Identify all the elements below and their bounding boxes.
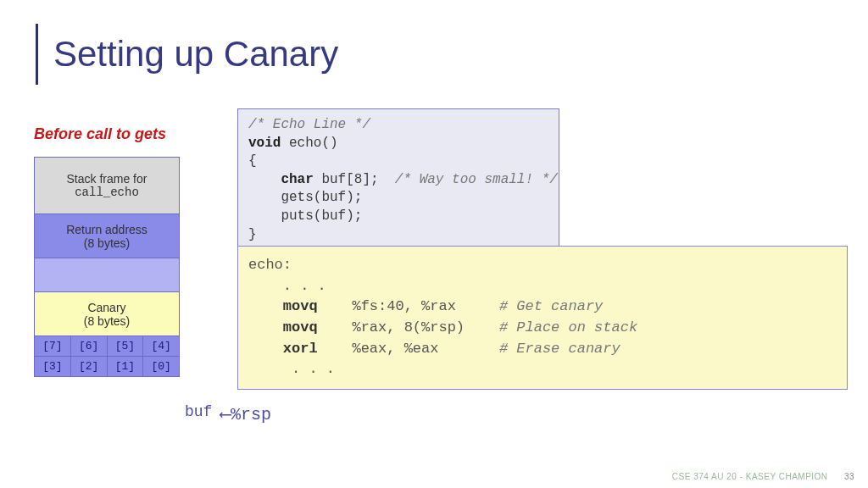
stack-frame-label1: Stack frame for	[67, 172, 147, 186]
rsp-pointer: ⟵%rsp	[220, 403, 271, 424]
buf-cell: [6]	[71, 336, 108, 357]
buf-cell: [3]	[34, 357, 71, 377]
asm-opcode: xorl	[283, 341, 318, 357]
footer-page: 33	[844, 472, 854, 481]
buf-row-bottom: [3] [2] [1] [0]	[34, 357, 180, 377]
asm-opcode: movq	[283, 298, 318, 314]
page-title: Setting up Canary	[53, 34, 338, 75]
buf-row-top: [7] [6] [5] [4]	[34, 336, 180, 357]
asm-comment: # Get canary	[499, 298, 603, 314]
c-text: gets(buf);	[248, 190, 362, 205]
slide-footer: CSE 374 AU 20 - KASEY CHAMPION 33	[672, 472, 854, 481]
asm-text: %eax, %eax	[318, 341, 499, 357]
c-text	[248, 172, 281, 187]
canary-label2: (8 bytes)	[84, 314, 130, 328]
asm-label: echo:	[248, 257, 292, 273]
c-text: echo()	[281, 136, 337, 151]
asm-text	[248, 319, 283, 336]
slide-title-row: Setting up Canary	[36, 24, 338, 85]
return-label2: (8 bytes)	[84, 236, 130, 250]
c-keyword-char: char	[281, 172, 313, 187]
buf-cell: [5]	[108, 336, 144, 357]
buf-cell: [7]	[34, 336, 71, 357]
asm-comment: # Place on stack	[499, 319, 637, 336]
c-text: {	[248, 153, 257, 169]
buf-cell: [2]	[71, 357, 108, 377]
canary-label1: Canary	[87, 301, 125, 314]
canary-cell: Canary (8 bytes)	[34, 292, 180, 336]
asm-text: . . .	[248, 361, 335, 377]
c-text: }	[248, 227, 257, 242]
c-comment: /* Echo Line */	[248, 117, 370, 132]
stack-gap-cell	[34, 258, 180, 292]
return-address-cell: Return address (8 bytes)	[34, 214, 180, 258]
asm-text: %rax, 8(%rsp)	[318, 319, 499, 336]
stack-frame-label2: call_echo	[75, 186, 139, 199]
c-comment: /* Way too small! */	[395, 172, 558, 187]
stack-diagram: Stack frame for call_echo Return address…	[34, 157, 180, 377]
asm-text	[248, 298, 283, 314]
footer-course: CSE 374 AU 20 - KASEY CHAMPION	[672, 472, 828, 481]
stack-frame-cell: Stack frame for call_echo	[34, 157, 180, 214]
buf-cell: [4]	[143, 336, 180, 357]
asm-text	[248, 341, 283, 357]
buf-cell: [0]	[143, 357, 180, 377]
c-text: puts(buf);	[248, 208, 362, 224]
return-label1: Return address	[66, 223, 147, 236]
asm-opcode: movq	[283, 319, 318, 336]
title-accent-bar	[36, 24, 38, 85]
buf-label: buf	[185, 403, 212, 420]
asm-text: . . .	[248, 278, 326, 294]
c-keyword-void: void	[248, 136, 281, 151]
asm-comment: # Erase canary	[499, 341, 620, 357]
c-code-block: /* Echo Line */ void echo() { char buf[8…	[237, 108, 559, 252]
c-text: buf[8];	[314, 172, 395, 187]
asm-text: %fs:40, %rax	[318, 298, 499, 314]
buf-cell: [1]	[108, 357, 144, 377]
asm-code-block: echo: . . . movq %fs:40, %rax # Get cana…	[237, 246, 848, 390]
stack-subtitle: Before call to gets	[34, 125, 166, 143]
